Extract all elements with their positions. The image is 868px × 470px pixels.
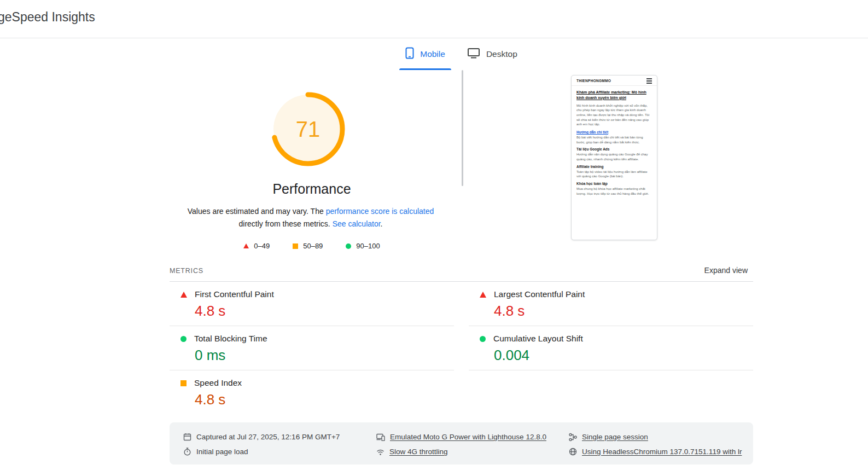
thumbnail-section-heading: Khóa học toàn tập: [576, 182, 652, 185]
pass-circle-icon: [180, 336, 187, 342]
pagespeed-insights-page: geSpeed Insights Mobile Desktop: [0, 0, 868, 470]
env-browser: Using HeadlessChromium 137.0.7151.119 wi…: [569, 444, 747, 459]
environment-bar: Captured at Jul 27, 2025, 12:16 PM GMT+7…: [170, 422, 753, 465]
average-square-icon: [180, 380, 187, 386]
env-text: Single page session: [582, 433, 648, 441]
legend-range-pass: 90–100: [356, 242, 380, 250]
wifi-icon: [376, 448, 385, 456]
pass-circle-icon: [480, 336, 486, 342]
env-text: Initial page load: [196, 448, 248, 456]
thumbnail-section-body: Toàn tập bộ video tài liệu hướng dẫn làm…: [576, 170, 652, 179]
tab-desktop-label: Desktop: [486, 49, 517, 59]
thumbnail-section-heading: Affiliate training: [576, 165, 652, 169]
tab-desktop[interactable]: Desktop: [459, 38, 526, 70]
hamburger-menu-icon: [646, 80, 652, 82]
legend-range-fail: 0–49: [254, 242, 270, 250]
metric-value: 4.8 s: [494, 303, 753, 319]
legend-item-pass: 90–100: [346, 242, 380, 250]
env-session-type: Single page session: [569, 430, 747, 444]
device-tabs: Mobile Desktop: [170, 38, 753, 70]
metrics-title: METRICS: [170, 267, 203, 275]
screenshot-scrollbar[interactable]: [462, 70, 463, 186]
performance-score: 71: [270, 91, 346, 167]
globe-icon: [569, 448, 577, 456]
see-calculator-link[interactable]: See calculator: [333, 219, 381, 228]
legend-range-average: 50–89: [303, 242, 323, 250]
disclaimer-text-pre: Values are estimated and may vary. The: [188, 207, 326, 216]
score-calculation-link[interactable]: performance score is calculated: [326, 207, 434, 216]
legend-item-fail: 0–49: [243, 242, 270, 250]
metric-name: Cumulative Layout Shift: [493, 334, 583, 344]
metric-name: First Contentful Paint: [195, 289, 274, 299]
desktop-monitor-icon: [467, 48, 480, 61]
expand-view-button[interactable]: Expand view: [704, 266, 753, 275]
metric-value: 0 ms: [195, 347, 454, 363]
active-tab-indicator: [399, 68, 451, 70]
mobile-phone-icon: [405, 47, 414, 61]
metric-value: 0.004: [494, 347, 753, 363]
score-disclaimer: Values are estimated and may vary. The p…: [182, 205, 440, 230]
env-text: Using HeadlessChromium 137.0.7151.119 wi…: [582, 448, 742, 456]
env-text: Emulated Moto G Power with Lighthouse 12…: [390, 433, 546, 441]
metrics-header: METRICS Expand view: [170, 266, 753, 275]
env-throttling: Slow 4G throttling: [376, 444, 569, 459]
disclaimer-text-post: .: [381, 219, 383, 228]
metric-total-blocking-time: Total Blocking Time 0 ms: [170, 326, 454, 370]
env-text: Slow 4G throttling: [389, 448, 448, 456]
thumbnail-article-title: Khám phá Affiliate marketing: Mô hình ki…: [576, 90, 652, 101]
env-emulated-device: Emulated Moto G Power with Lighthouse 12…: [376, 430, 569, 444]
metric-empty-cell: [469, 370, 753, 414]
legend-item-average: 50–89: [293, 242, 323, 250]
app-title: geSpeed Insights: [0, 10, 95, 25]
pass-circle-icon: [346, 243, 351, 249]
fail-triangle-icon: [243, 243, 249, 248]
metric-value: 4.8 s: [195, 391, 454, 408]
session-nodes-icon: [569, 433, 577, 442]
env-text: Captured at Jul 27, 2025, 12:16 PM GMT+7: [196, 433, 340, 441]
thumbnail-section-body: Mua chung bộ khóa học affiliate marketin…: [576, 187, 652, 196]
calendar-icon: [183, 433, 191, 441]
thumbnail-brand: THIENPHONGMMO: [576, 79, 611, 83]
metric-speed-index: Speed Index 4.8 s: [170, 370, 454, 414]
thumbnail-body: Khám phá Affiliate marketing: Mô hình ki…: [572, 86, 657, 200]
devices-icon: [376, 433, 385, 441]
metric-cumulative-layout-shift: Cumulative Layout Shift 0.004: [469, 326, 753, 370]
category-title: Performance: [170, 181, 454, 197]
metric-name: Speed Index: [194, 378, 242, 388]
metrics-grid: First Contentful Paint 4.8 s Largest Con…: [170, 282, 753, 414]
metric-name: Largest Contentful Paint: [494, 289, 585, 299]
env-load-type: Initial page load: [183, 444, 376, 459]
thumbnail-intro: Mô hình kinh doanh khởi nghiệp với số vố…: [576, 103, 652, 127]
thumbnail-section-body: Hướng dẫn vận dụng quảng cáo Google để c…: [576, 152, 652, 161]
tab-mobile-label: Mobile: [420, 49, 445, 59]
thumbnail-section-heading: Hướng dẫn chi tiết: [576, 130, 652, 134]
top-bar: geSpeed Insights: [0, 0, 868, 38]
thumbnail-section-heading: Tài liệu Google Ads: [576, 147, 652, 151]
thumbnail-header: THIENPHONGMMO: [572, 76, 657, 86]
fail-triangle-icon: [480, 292, 486, 298]
performance-gauge: 71: [270, 91, 346, 167]
metric-value: 4.8 s: [195, 303, 454, 319]
score-legend: 0–49 50–89 90–100: [170, 242, 454, 250]
env-captured-at: Captured at Jul 27, 2025, 12:16 PM GMT+7: [183, 430, 376, 444]
fail-triangle-icon: [180, 292, 187, 298]
average-square-icon: [293, 243, 298, 249]
tab-mobile[interactable]: Mobile: [397, 38, 453, 70]
thumbnail-section-body: Bộ bài viết hướng dẫn chi tiết và bài bả…: [576, 135, 652, 144]
metric-name: Total Blocking Time: [194, 334, 267, 344]
metric-first-contentful-paint: First Contentful Paint 4.8 s: [170, 282, 454, 326]
stopwatch-icon: [183, 448, 191, 456]
disclaimer-text-mid: directly from these metrics.: [239, 219, 333, 228]
page-thumbnail: THIENPHONGMMO Khám phá Affiliate marketi…: [571, 75, 657, 240]
metric-largest-contentful-paint: Largest Contentful Paint 4.8 s: [469, 282, 753, 326]
